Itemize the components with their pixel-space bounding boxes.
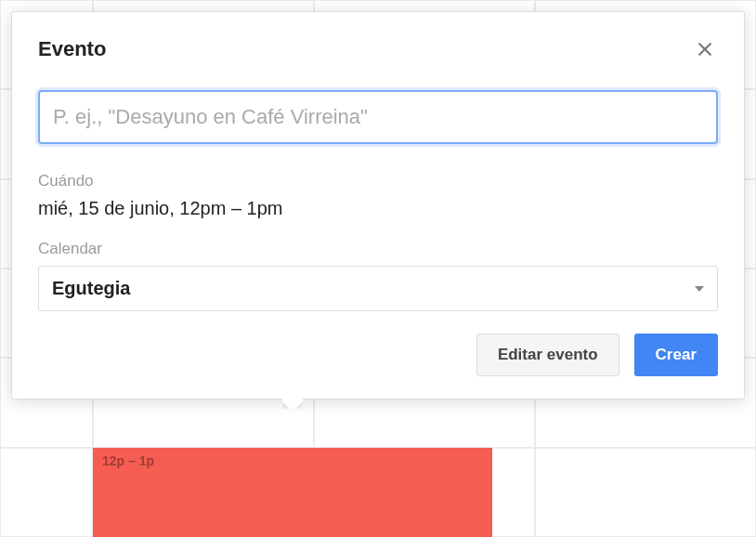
when-label: Cuándo bbox=[38, 172, 718, 190]
close-button[interactable] bbox=[692, 36, 718, 62]
close-icon bbox=[696, 40, 714, 59]
chevron-down-icon bbox=[695, 286, 704, 292]
when-value: mié, 15 de junio, 12pm – 1pm bbox=[38, 198, 718, 219]
calendar-selected-value: Egutegia bbox=[52, 278, 130, 299]
event-block[interactable]: 12p – 1p bbox=[93, 448, 492, 537]
popover-arrow bbox=[282, 399, 303, 409]
calendar-select[interactable]: Egutegia bbox=[38, 266, 718, 311]
create-button[interactable]: Crear bbox=[634, 334, 718, 376]
button-row: Editar evento Crear bbox=[38, 334, 718, 376]
popover-header: Evento bbox=[38, 36, 718, 62]
event-create-popover: Evento Cuándo mié, 15 de junio, 12pm – 1… bbox=[11, 11, 745, 399]
event-title-input[interactable] bbox=[38, 90, 718, 144]
calendar-label: Calendar bbox=[38, 240, 718, 258]
event-time-label: 12p – 1p bbox=[102, 453, 154, 468]
popover-title: Evento bbox=[38, 37, 106, 61]
edit-event-button[interactable]: Editar evento bbox=[476, 334, 619, 376]
